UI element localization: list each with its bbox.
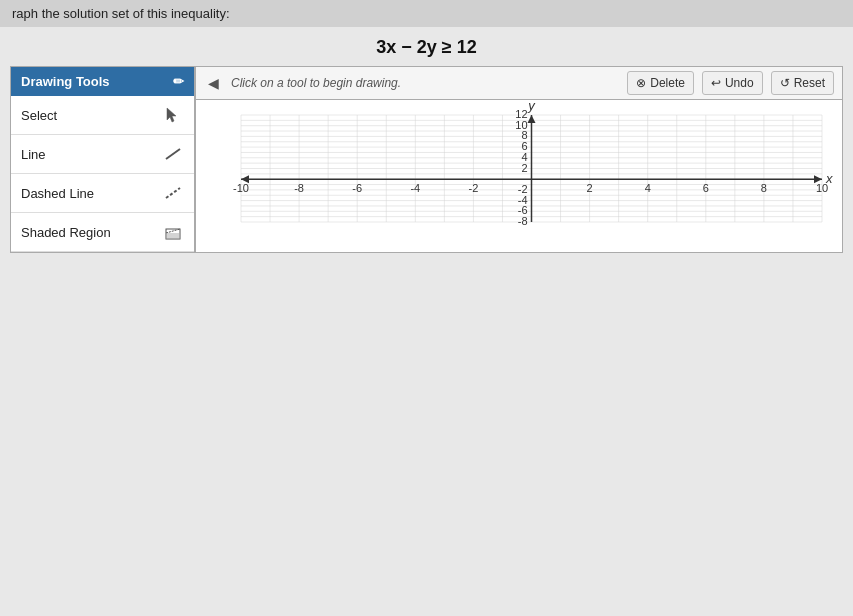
tool-dashed-line[interactable]: Dashed Line [11, 174, 194, 213]
left-panel: Drawing Tools ✏ Select Line Dashed Line [10, 66, 195, 253]
reset-button[interactable]: ↺ Reset [771, 71, 834, 95]
svg-line-5 [166, 229, 180, 233]
reset-icon: ↺ [780, 76, 790, 90]
tool-select[interactable]: Select [11, 96, 194, 135]
svg-rect-6 [166, 233, 180, 239]
instruction-text: raph the solution set of this inequality… [12, 6, 230, 21]
delete-label: Delete [650, 76, 685, 90]
drawing-tools-header: Drawing Tools ✏ [11, 67, 194, 96]
drawing-tools-title: Drawing Tools [21, 74, 110, 89]
equation-text: 3x − 2y ≥ 12 [376, 37, 476, 57]
delete-icon: ⊗ [636, 76, 646, 90]
tool-line[interactable]: Line [11, 135, 194, 174]
pencil-icon: ✏ [173, 74, 184, 89]
svg-line-2 [166, 188, 180, 198]
tool-shaded-region-label: Shaded Region [21, 225, 111, 240]
tool-shaded-region[interactable]: Shaded Region [11, 213, 194, 252]
right-area: ◀ Click on a tool to begin drawing. ⊗ De… [195, 66, 843, 253]
tool-select-label: Select [21, 108, 57, 123]
graph-canvas[interactable] [196, 100, 842, 252]
shaded-region-icon [162, 221, 184, 243]
collapse-button[interactable]: ◀ [204, 73, 223, 93]
reset-label: Reset [794, 76, 825, 90]
dashed-line-icon [162, 182, 184, 204]
undo-label: Undo [725, 76, 754, 90]
select-cursor-icon [162, 104, 184, 126]
toolbar-row: ◀ Click on a tool to begin drawing. ⊗ De… [195, 66, 843, 99]
svg-line-0 [166, 149, 180, 159]
undo-button[interactable]: ↩ Undo [702, 71, 763, 95]
tool-line-label: Line [21, 147, 46, 162]
tool-dashed-line-label: Dashed Line [21, 186, 94, 201]
delete-button[interactable]: ⊗ Delete [627, 71, 694, 95]
equation-display: 3x − 2y ≥ 12 [0, 27, 853, 66]
undo-icon: ↩ [711, 76, 721, 90]
line-icon [162, 143, 184, 165]
graph-container [195, 99, 843, 253]
hint-text: Click on a tool to begin drawing. [231, 76, 619, 90]
page-instruction: raph the solution set of this inequality… [0, 0, 853, 27]
